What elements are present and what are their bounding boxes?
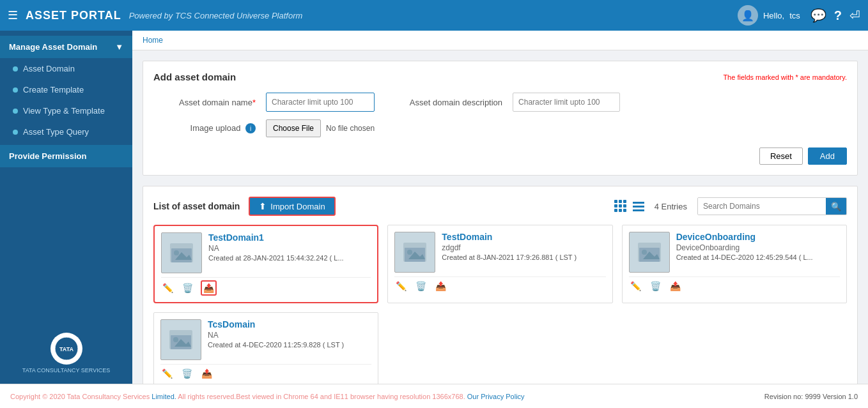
dot-icon [13, 87, 18, 93]
sidebar-item-view-type-template[interactable]: View Type & Template [0, 100, 132, 121]
svg-point-4 [174, 250, 179, 255]
list-header-right: 4 Entries 🔍 [614, 197, 847, 215]
sidebar-item-asset-type-query[interactable]: Asset Type Query [0, 121, 132, 142]
footer-limited-link[interactable]: Limited. [151, 393, 176, 400]
domain-actions: ✏️ 🗑️ 📤 [161, 277, 371, 296]
help-icon[interactable]: ? [834, 8, 842, 23]
domain-desc-label: Asset domain description [400, 98, 502, 107]
sidebar-permission-label: Provide Permission [9, 151, 86, 161]
header-icons: 💬 ? ⏎ [810, 8, 860, 23]
svg-point-16 [173, 337, 178, 342]
breadcrumb: Home [132, 31, 868, 50]
list-view-icon[interactable] [633, 202, 644, 211]
dot-icon [13, 66, 18, 72]
domain-sub: DeviceOnboarding [676, 243, 840, 252]
app-title: ASSET PORTAL [26, 9, 121, 22]
sidebar-section-provide-permission[interactable]: Provide Permission [0, 145, 132, 167]
user-info: 👤 Hello, tcs [738, 5, 800, 26]
app-header: ☰ ASSET PORTAL Powered by TCS Connected … [0, 0, 868, 31]
domain-thumbnail [629, 232, 670, 273]
edit-domain-button[interactable]: ✏️ [161, 280, 174, 296]
domain-desc-input[interactable] [513, 93, 620, 112]
file-upload-area: Choose File No file chosen [266, 119, 375, 137]
info-icon[interactable]: i [245, 123, 256, 133]
edit-domain-button[interactable]: ✏️ [394, 280, 408, 292]
svg-point-8 [407, 250, 412, 255]
revision-info: Revision no: 9999 Version 1.0 [764, 393, 858, 400]
domain-date: Created at 14-DEC-2020 12:45:29.544 ( L.… [676, 253, 840, 261]
tcs-logo: TATA TATA CONSULTANCY SERVICES [10, 333, 122, 374]
export-domain-button[interactable]: 📤 [669, 280, 682, 292]
import-icon: ⬆ [259, 201, 267, 211]
delete-domain-button[interactable]: 🗑️ [414, 280, 428, 292]
sidebar-item-create-template[interactable]: Create Template [0, 79, 132, 100]
hamburger-icon[interactable]: ☰ [8, 8, 18, 22]
add-button[interactable]: Add [808, 147, 847, 165]
mandatory-note-text: The fields marked with [723, 73, 795, 81]
sidebar-logo: TATA TATA CONSULTANCY SERVICES [0, 322, 132, 384]
domain-card: DeviceOnboarding DeviceOnboarding Create… [622, 225, 847, 303]
search-input[interactable] [698, 198, 826, 215]
privacy-policy-link[interactable]: Our Privacy Policy [467, 393, 525, 400]
header-right: 👤 Hello, tcs 💬 ? ⏎ [738, 5, 860, 26]
domain-card: TcsDomain NA Created at 4-DEC-2020 11:25… [153, 312, 378, 384]
sidebar-item-label: Create Template [23, 85, 84, 94]
content-area: Add asset domain The fields marked with … [132, 50, 868, 384]
domain-card-top: TestDomain1 NA Created at 28-JAN-2021 15… [161, 232, 371, 273]
form-left: Asset domain name* Image upload i Choose… [153, 93, 375, 145]
edit-domain-button[interactable]: ✏️ [629, 280, 642, 292]
list-card: List of asset domain ⬆ Import Domain [143, 186, 858, 384]
svg-point-12 [642, 250, 647, 255]
domain-name-input[interactable] [266, 93, 375, 112]
delete-domain-button[interactable]: 🗑️ [180, 367, 194, 380]
import-label: Import Domain [270, 202, 325, 211]
grid-view-controls [614, 200, 644, 213]
domain-info: TestDomain zdgdf Created at 8-JAN-2021 1… [442, 232, 605, 261]
domain-name-label: Asset domain name* [153, 98, 256, 107]
sidebar-section-label: Manage Asset Domain [9, 42, 97, 52]
domain-date: Created at 4-DEC-2020 11:25:9.828 ( LST … [208, 341, 371, 349]
domain-actions: ✏️ 🗑️ 📤 [394, 276, 605, 292]
edit-domain-button[interactable]: ✏️ [160, 367, 174, 380]
logout-icon[interactable]: ⏎ [849, 8, 860, 23]
domain-card-top: TestDomain zdgdf Created at 8-JAN-2021 1… [394, 232, 605, 273]
reset-button[interactable]: Reset [759, 147, 803, 165]
header-subtitle: Powered by TCS Connected Universe Platfo… [129, 11, 303, 20]
entries-count: 4 Entries [655, 202, 687, 211]
sidebar-item-asset-domain[interactable]: Asset Domain [0, 58, 132, 79]
import-domain-button[interactable]: ⬆ Import Domain [249, 197, 335, 216]
domain-grid: TestDomain1 NA Created at 28-JAN-2021 15… [153, 225, 847, 384]
domain-thumbnail [161, 232, 202, 273]
breadcrumb-home[interactable]: Home [143, 36, 163, 45]
export-domain-button[interactable]: 📤 [200, 367, 213, 380]
export-domain-button[interactable]: 📤 [201, 280, 217, 296]
domain-thumbnail [394, 232, 435, 273]
dot-icon [13, 130, 18, 135]
sidebar-nav: Manage Asset Domain ▼ Asset Domain Creat… [0, 31, 132, 172]
domain-date: Created at 28-JAN-2021 15:44:32.242 ( L.… [208, 254, 371, 262]
form-row-image-upload: Image upload i Choose File No file chose… [153, 119, 375, 137]
sidebar-section-manage-asset[interactable]: Manage Asset Domain ▼ [0, 36, 132, 58]
export-domain-button[interactable]: 📤 [434, 280, 447, 292]
hello-label: Hello, [763, 11, 784, 20]
search-button[interactable]: 🔍 [826, 198, 846, 215]
domain-name: DeviceOnboarding [676, 232, 840, 242]
domain-name: TestDomain [442, 232, 605, 242]
footer: Copyright © 2020 Tata Consultancy Servic… [0, 384, 868, 408]
delete-domain-button[interactable]: 🗑️ [181, 280, 194, 296]
domain-info: DeviceOnboarding DeviceOnboarding Create… [676, 232, 840, 261]
chat-icon[interactable]: 💬 [810, 8, 826, 23]
delete-domain-button[interactable]: 🗑️ [649, 280, 662, 292]
form-right: Asset domain description [400, 93, 620, 119]
domain-card: TestDomain zdgdf Created at 8-JAN-2021 1… [387, 225, 612, 303]
domain-actions: ✏️ 🗑️ 📤 [160, 364, 371, 380]
domain-info: TcsDomain NA Created at 4-DEC-2020 11:25… [208, 319, 371, 349]
choose-file-button[interactable]: Choose File [266, 119, 321, 137]
no-file-label: No file chosen [326, 124, 375, 133]
sidebar-item-label: Asset Domain [23, 64, 75, 73]
grid-view-icon[interactable] [614, 200, 626, 213]
domain-name: TcsDomain [208, 319, 371, 329]
domain-card-top: DeviceOnboarding DeviceOnboarding Create… [629, 232, 840, 273]
form-row-domain-desc: Asset domain description [400, 93, 620, 112]
form-card-header: Add asset domain The fields marked with … [153, 72, 847, 82]
